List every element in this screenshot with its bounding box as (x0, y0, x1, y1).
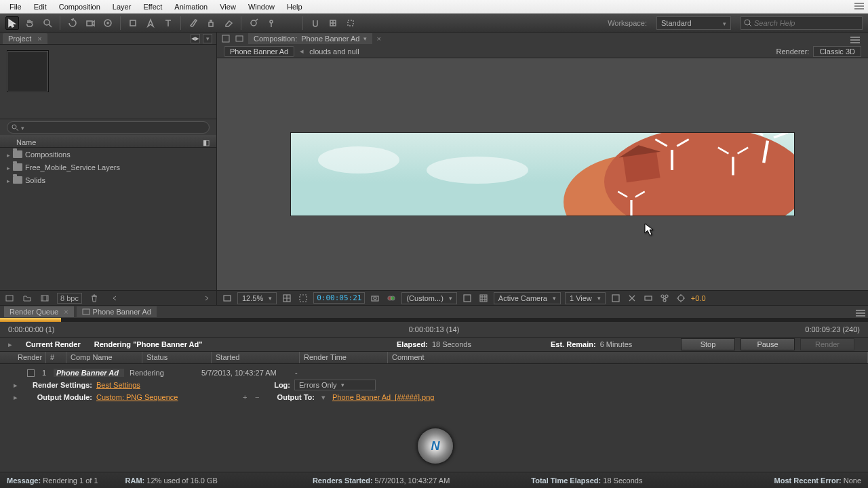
new-folder-icon[interactable] (22, 293, 33, 304)
menu-layer[interactable]: Layer (107, 1, 137, 12)
tab-timeline-phone-banner-ad[interactable]: Phone Banner Ad (77, 306, 157, 317)
renderer-dropdown[interactable]: Classic 3D (813, 46, 861, 57)
twirl-icon[interactable] (7, 163, 10, 171)
col-rtime[interactable]: Render Time (300, 352, 388, 363)
col-started[interactable]: Started (212, 352, 300, 363)
folder-solids[interactable]: Solids (0, 174, 216, 186)
composition-viewer[interactable] (217, 58, 868, 290)
menu-window[interactable]: Window (243, 1, 280, 12)
toggle-mask-icon[interactable] (461, 292, 473, 304)
comp-mini-icon[interactable] (235, 34, 244, 43)
always-preview-icon[interactable] (221, 292, 233, 304)
hand-tool[interactable] (23, 16, 37, 30)
snap-option-2[interactable] (344, 16, 357, 30)
snap-option-1[interactable] (326, 16, 340, 30)
tab-project[interactable]: Project × (3, 33, 47, 44)
exposure-value[interactable]: +0.0 (691, 294, 706, 302)
rotation-tool[interactable] (66, 16, 79, 30)
eraser-tool[interactable] (222, 16, 235, 30)
pen-tool[interactable] (144, 16, 157, 30)
current-time[interactable]: 0:00:05:21 (313, 292, 365, 304)
project-column-header[interactable]: Name ◧ (0, 136, 216, 148)
new-comp-icon[interactable] (39, 293, 50, 304)
resolution-icon[interactable] (281, 292, 293, 304)
breadcrumb-root[interactable]: Phone Banner Ad (224, 46, 294, 57)
col-status[interactable]: Status (142, 352, 212, 363)
timeline-icon[interactable] (642, 292, 654, 304)
puppet-pin-tool[interactable] (264, 16, 278, 30)
channel-icon[interactable] (385, 292, 397, 304)
log-dropdown[interactable]: Errors Only (294, 380, 376, 390)
brush-tool[interactable] (186, 16, 200, 30)
render-checkbox[interactable] (27, 369, 35, 377)
close-icon[interactable]: × (64, 308, 68, 316)
search-help-input[interactable] (754, 19, 859, 27)
zoom-dropdown[interactable]: 12.5% (237, 292, 277, 304)
color-management-dropdown[interactable]: (Custom...) (401, 292, 456, 304)
panel-menu-icon[interactable] (203, 34, 212, 43)
folder-compositions[interactable]: Compositions (0, 148, 216, 161)
panel-options-icon[interactable] (856, 308, 865, 318)
menu-help[interactable]: Help (281, 1, 308, 12)
panel-options-icon[interactable] (854, 1, 864, 11)
nav-prev-icon[interactable] (109, 293, 120, 304)
project-search-input[interactable] (27, 123, 205, 131)
project-search-field[interactable] (7, 121, 210, 134)
menu-effect[interactable]: Effect (138, 1, 167, 12)
interpret-footage-icon[interactable] (4, 293, 15, 304)
twirl-icon[interactable] (14, 381, 20, 390)
label-column-icon[interactable]: ◧ (203, 138, 210, 147)
render-settings-link[interactable]: Best Settings (96, 381, 239, 389)
snap-toggle[interactable] (309, 16, 322, 30)
comp-flowchart-icon[interactable] (658, 292, 671, 304)
menu-edit[interactable]: Edit (28, 1, 52, 12)
snapshot-icon[interactable] (369, 292, 381, 304)
toggle-grid-icon[interactable] (477, 292, 490, 304)
render-item-row[interactable]: 1 Phone Banner Ad Rendering 5/7/2013, 10… (3, 367, 865, 379)
menu-composition[interactable]: Composition (54, 1, 106, 12)
tab-render-queue[interactable]: Render Queue × (4, 306, 74, 317)
col-render[interactable]: Render (14, 352, 46, 363)
delete-icon[interactable] (89, 293, 100, 304)
menu-animation[interactable]: Animation (169, 1, 213, 12)
bpc-toggle[interactable]: 8 bpc (57, 293, 82, 304)
breadcrumb-child[interactable]: clouds and null (309, 47, 359, 56)
pause-button[interactable]: Pause (741, 338, 795, 350)
flowchart-icon[interactable] (221, 34, 231, 43)
roi-icon[interactable] (297, 292, 309, 304)
close-icon[interactable]: × (376, 35, 380, 43)
selection-tool[interactable] (5, 16, 19, 30)
views-dropdown[interactable]: 1 View (565, 292, 606, 304)
menu-view[interactable]: View (214, 1, 241, 12)
folder-free-mobile-service-layers[interactable]: Free_Mobile_Service Layers (0, 161, 216, 174)
pixel-aspect-icon[interactable] (610, 292, 622, 304)
reset-exposure-icon[interactable] (675, 292, 687, 304)
col-comment[interactable]: Comment (388, 352, 868, 363)
zoom-tool[interactable] (41, 16, 54, 30)
camera-dropdown[interactable]: Active Camera (494, 292, 561, 304)
panel-collapse-icon[interactable]: ◂▸ (191, 34, 200, 43)
col-comp[interactable]: Comp Name (66, 352, 142, 363)
twirl-icon[interactable] (7, 150, 10, 159)
menu-file[interactable]: File (4, 1, 27, 12)
separator (120, 16, 121, 30)
col-num[interactable]: # (46, 352, 66, 363)
pan-behind-tool[interactable] (101, 16, 115, 30)
nav-next-icon[interactable] (201, 293, 212, 304)
twirl-icon[interactable] (14, 393, 20, 402)
output-module-link[interactable]: Custom: PNG Sequence (96, 393, 239, 401)
tab-composition[interactable]: Composition: Phone Banner Ad (248, 33, 372, 44)
type-tool[interactable] (161, 16, 175, 30)
fast-previews-icon[interactable] (626, 292, 638, 304)
panel-options-icon[interactable] (850, 35, 860, 45)
output-to-link[interactable]: Phone Banner Ad_[#####].png (332, 393, 434, 401)
rectangle-tool[interactable] (126, 16, 140, 30)
clone-stamp-tool[interactable] (204, 16, 218, 30)
unified-camera-tool[interactable] (83, 16, 97, 30)
close-icon[interactable]: × (37, 35, 41, 43)
search-help-field[interactable] (741, 16, 863, 30)
workspace-dropdown[interactable]: Standard (656, 16, 731, 30)
twirl-icon[interactable] (7, 176, 10, 184)
stop-button[interactable]: Stop (681, 338, 735, 350)
roto-brush-tool[interactable] (247, 16, 260, 30)
